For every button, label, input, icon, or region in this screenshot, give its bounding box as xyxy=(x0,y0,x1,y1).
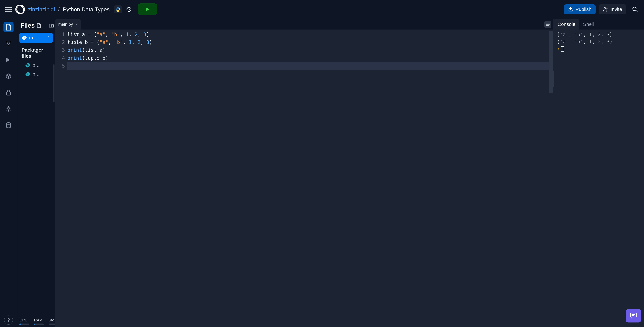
replit-logo-icon[interactable] xyxy=(15,5,25,14)
search-icon[interactable] xyxy=(631,5,639,14)
editor-tabs: main.py × xyxy=(55,19,554,30)
packager-file-2[interactable]: p… xyxy=(20,69,53,78)
rail-version-icon[interactable] xyxy=(4,39,14,49)
invite-label: Invite xyxy=(610,7,622,12)
new-folder-icon[interactable] xyxy=(49,24,54,28)
rail-settings-icon[interactable] xyxy=(4,104,14,114)
file-more-icon[interactable]: ⋮ xyxy=(46,35,50,41)
sidebar-header: Files ⋮ xyxy=(20,22,53,29)
publish-label: Publish xyxy=(576,7,592,12)
options-icon[interactable]: ⋮ xyxy=(43,23,47,28)
breadcrumb-separator: / xyxy=(58,6,60,13)
ram-bar-fill xyxy=(34,323,35,325)
python-file-icon xyxy=(25,63,30,68)
svg-point-7 xyxy=(8,45,9,46)
rail-packages-icon[interactable] xyxy=(4,71,14,81)
right-tabs: Console Shell xyxy=(554,19,644,30)
tab-console[interactable]: Console xyxy=(554,19,579,30)
breadcrumb-owner[interactable]: zinzinzibidi xyxy=(28,6,55,13)
editor-scrollbar[interactable] xyxy=(549,31,553,93)
cpu-bar-fill xyxy=(20,323,21,325)
right-pane: Console Shell ['a', 'b', 1, 2, 3] ('a', … xyxy=(554,19,644,327)
packager-file-1-name: p… xyxy=(33,63,40,68)
stat-cpu-label: CPU xyxy=(20,318,29,322)
editor-options-icon[interactable] xyxy=(544,21,551,28)
tab-label: main.py xyxy=(58,22,73,27)
rail-secrets-icon[interactable] xyxy=(4,88,14,98)
svg-point-9 xyxy=(8,108,9,110)
upload-icon xyxy=(568,7,573,12)
code-line-2: tuple_b = ("a", "b", 1, 2, 3) xyxy=(67,38,554,46)
tab-main-py[interactable]: main.py × xyxy=(55,19,81,30)
code-line-3: print(list_a) xyxy=(67,46,554,54)
rail-database-icon[interactable] xyxy=(4,120,14,130)
app-header: zinzinzibidi / Python Data Types Publish… xyxy=(0,0,644,19)
code-line-5 xyxy=(67,62,554,70)
pane-resize-handle[interactable] xyxy=(553,71,554,87)
file-name: m… xyxy=(29,35,44,41)
svg-point-2 xyxy=(119,11,119,11)
python-file-icon xyxy=(22,36,27,40)
sidebar-title: Files xyxy=(20,22,35,29)
stat-ram[interactable]: RAM xyxy=(34,318,44,325)
code-line-4: print(tuple_b) xyxy=(67,54,554,62)
app-body: ? Files ⋮ m… ⋮ Packager files p… p… xyxy=(0,19,644,327)
editor-pane: main.py × 1 2 3 4 5 list_a = ["a", "b", … xyxy=(55,19,554,327)
breadcrumb: zinzinzibidi / Python Data Types xyxy=(28,6,110,13)
svg-point-10 xyxy=(6,123,10,124)
console-prompt-icon: › xyxy=(557,46,560,52)
files-sidebar: Files ⋮ m… ⋮ Packager files p… p… CPU xyxy=(17,19,55,327)
stat-ram-label: RAM xyxy=(34,318,44,322)
python-icon xyxy=(114,6,122,13)
tab-shell[interactable]: Shell xyxy=(579,19,598,30)
console-output[interactable]: ['a', 'b', 1, 2, 3] ('a', 'b', 1, 2, 3) … xyxy=(554,30,644,327)
run-button[interactable] xyxy=(138,4,157,15)
console-text: ['a', 'b', 1, 2, 3] ('a', 'b', 1, 2, 3) xyxy=(557,32,612,45)
python-file-icon xyxy=(25,72,30,77)
rail-files-icon[interactable] xyxy=(4,22,14,32)
add-user-icon xyxy=(603,7,608,12)
console-cursor xyxy=(561,46,564,52)
svg-point-3 xyxy=(604,8,606,9)
invite-button[interactable]: Invite xyxy=(599,4,626,15)
chat-button[interactable] xyxy=(626,309,641,322)
svg-rect-8 xyxy=(6,92,10,95)
resource-footer: CPU RAM Sto xyxy=(17,316,55,327)
new-file-icon[interactable] xyxy=(37,23,41,28)
code-lines: list_a = ["a", "b", 1, 2, 3] tuple_b = (… xyxy=(67,30,554,327)
history-icon[interactable] xyxy=(125,6,133,13)
packager-file-2-name: p… xyxy=(33,71,40,77)
close-tab-icon[interactable]: × xyxy=(75,22,78,27)
svg-point-1 xyxy=(117,8,118,8)
stat-cpu[interactable]: CPU xyxy=(20,318,29,325)
line-gutter: 1 2 3 4 5 xyxy=(55,30,67,327)
breadcrumb-project[interactable]: Python Data Types xyxy=(63,6,110,13)
publish-button[interactable]: Publish xyxy=(564,4,596,15)
tool-rail: ? xyxy=(0,19,17,327)
code-editor[interactable]: 1 2 3 4 5 list_a = ["a", "b", 1, 2, 3] t… xyxy=(55,30,554,327)
menu-icon[interactable] xyxy=(5,6,12,13)
chat-icon xyxy=(630,312,637,319)
stor-bar-fill xyxy=(48,323,49,325)
rail-debugger-icon[interactable] xyxy=(4,55,14,65)
code-line-1: list_a = ["a", "b", 1, 2, 3] xyxy=(67,31,554,38)
help-button[interactable]: ? xyxy=(4,315,13,324)
sidebar-scrollbar[interactable] xyxy=(54,64,54,103)
packager-file-1[interactable]: p… xyxy=(20,60,53,69)
packager-section-title: Packager files xyxy=(20,43,53,60)
file-item-main[interactable]: m… ⋮ xyxy=(20,33,53,43)
